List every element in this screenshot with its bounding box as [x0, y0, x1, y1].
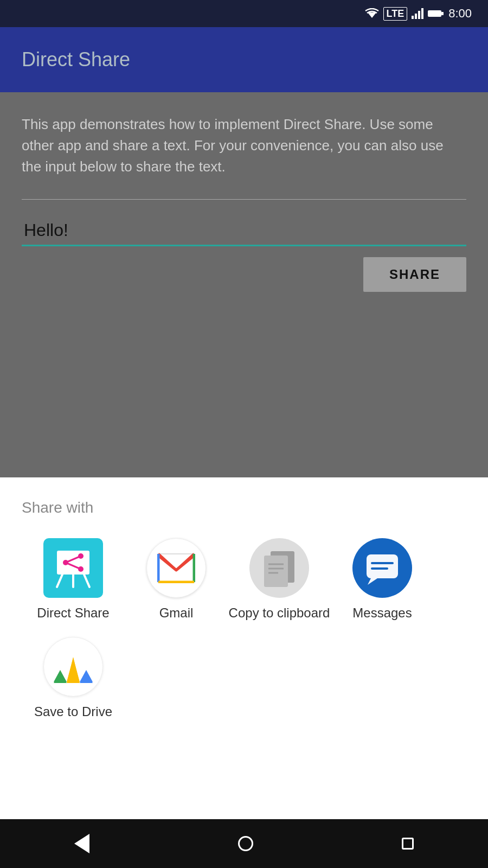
signal-icon — [412, 8, 423, 19]
drive-label: Save to Drive — [34, 704, 112, 719]
recents-icon — [402, 838, 414, 850]
app-item-direct-share[interactable]: Direct Share — [22, 538, 125, 621]
share-sheet: Share with — [0, 477, 488, 719]
app-item-messages[interactable]: Messages — [331, 538, 434, 621]
gmail-label: Gmail — [159, 605, 194, 621]
svg-rect-7 — [57, 551, 89, 575]
share-text-input[interactable] — [22, 216, 466, 246]
app-item-clipboard[interactable]: Copy to clipboard — [228, 538, 331, 621]
share-button[interactable]: SHARE — [363, 257, 466, 292]
svg-marker-25 — [368, 578, 377, 585]
share-apps-row-2: Save to Drive — [22, 637, 466, 719]
svg-marker-0 — [368, 12, 376, 18]
lte-badge: LTE — [383, 7, 408, 21]
messages-label: Messages — [352, 605, 412, 621]
svg-line-8 — [57, 575, 62, 587]
divider — [22, 199, 466, 200]
back-button[interactable] — [74, 834, 89, 853]
app-item-gmail[interactable]: Gmail — [125, 538, 228, 621]
svg-marker-33 — [80, 671, 93, 683]
clipboard-icon-svg — [263, 549, 296, 587]
main-content: This app demonstrates how to implement D… — [0, 92, 488, 477]
text-input-container — [22, 216, 466, 246]
share-button-container: SHARE — [22, 257, 466, 292]
app-item-drive[interactable]: Save to Drive — [22, 637, 125, 719]
svg-rect-24 — [367, 554, 398, 578]
share-with-label: Share with — [22, 499, 466, 516]
description-text: This app demonstrates how to implement D… — [22, 114, 466, 177]
svg-rect-6 — [441, 12, 444, 15]
back-icon — [74, 834, 89, 853]
share-apps-row-1: Direct Share — [22, 538, 466, 621]
svg-rect-2 — [415, 14, 417, 19]
home-icon — [238, 836, 253, 851]
messages-icon — [352, 538, 412, 598]
nav-bar — [0, 819, 488, 868]
svg-rect-5 — [428, 10, 441, 17]
svg-line-9 — [84, 575, 89, 587]
drive-icon — [43, 637, 103, 697]
direct-share-icon-svg — [52, 546, 95, 590]
battery-icon — [428, 9, 444, 18]
svg-rect-20 — [264, 556, 288, 587]
clipboard-icon — [249, 538, 309, 598]
gmail-icon — [146, 538, 206, 598]
gmail-icon-svg — [157, 553, 195, 583]
clipboard-label: Copy to clipboard — [229, 605, 330, 621]
direct-share-label: Direct Share — [37, 605, 109, 621]
svg-marker-32 — [54, 671, 67, 683]
svg-rect-3 — [418, 11, 420, 19]
messages-icon-svg — [364, 550, 400, 586]
app-title: Direct Share — [22, 48, 130, 71]
svg-marker-34 — [67, 657, 80, 683]
svg-rect-1 — [412, 16, 414, 19]
wifi-icon — [365, 8, 379, 19]
drive-icon-svg — [54, 649, 93, 684]
home-button[interactable] — [238, 836, 253, 851]
recents-button[interactable] — [402, 838, 414, 850]
status-icons: LTE 8:00 — [365, 7, 472, 21]
direct-share-icon — [43, 538, 103, 598]
svg-rect-4 — [421, 8, 423, 19]
app-bar: Direct Share — [0, 27, 488, 92]
status-time: 8:00 — [448, 7, 472, 21]
status-bar: LTE 8:00 — [0, 0, 488, 27]
